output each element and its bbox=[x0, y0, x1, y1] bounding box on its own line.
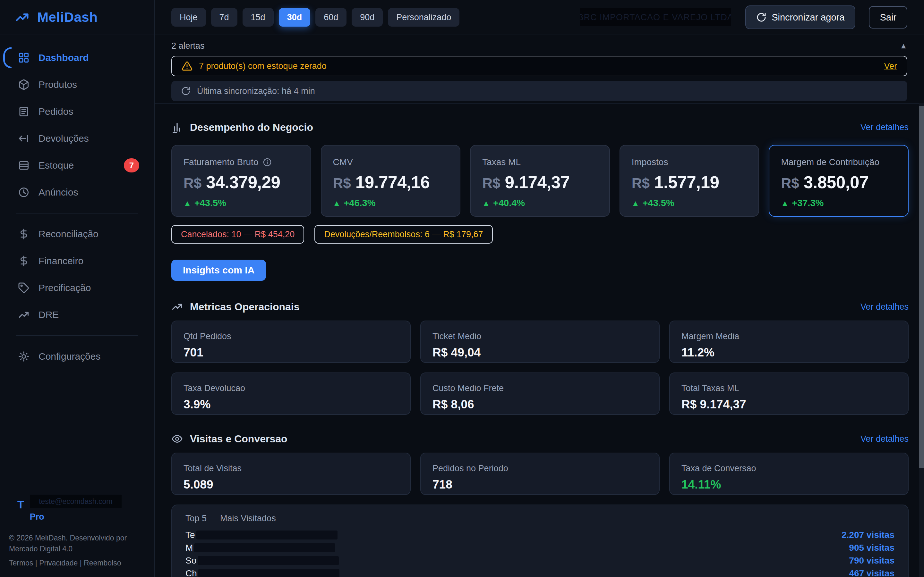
visit-count: 2.207 visitas bbox=[842, 530, 895, 540]
sidebar-divider bbox=[16, 335, 138, 336]
section-title: Visitas e Conversao bbox=[190, 433, 288, 445]
metric-card-ticket-medio: Ticket Medio R$ 49,04 bbox=[420, 321, 660, 363]
metric-grid: Qtd Pedidos 701 Ticket Medio R$ 49,04 Ma… bbox=[171, 321, 909, 415]
sidebar-item-label: Produtos bbox=[39, 79, 77, 90]
cancelados-chip[interactable]: Cancelados: 10 — R$ 454,20 bbox=[171, 225, 304, 243]
product-name: M bbox=[186, 543, 193, 553]
ver-detalhes-link[interactable]: Ver detalhes bbox=[861, 302, 909, 312]
sidebar-item-label: DRE bbox=[39, 309, 59, 320]
top5-row[interactable]: Te 2.207 visitas bbox=[186, 529, 895, 542]
trend-up-icon: ▲ bbox=[781, 199, 788, 208]
date-filter-group: Hoje 7d 15d 30d 60d 90d Personalizado bbox=[171, 8, 459, 27]
metric-card-qtd-pedidos: Qtd Pedidos 701 bbox=[171, 321, 411, 363]
filter-30d[interactable]: 30d bbox=[279, 8, 310, 27]
sidebar-item-anuncios[interactable]: Anúncios bbox=[8, 179, 146, 206]
metric-card-custo-frete: Custo Medio Frete R$ 8,06 bbox=[420, 372, 660, 415]
metric-value: R$ 49,04 bbox=[433, 346, 648, 359]
eye-icon bbox=[171, 433, 183, 445]
kpi-card-faturamento: Faturamento Bruto R$ 34.379,29 ▲+43.5% bbox=[171, 145, 311, 217]
company-name-redacted: BRC IMPORTACAO E VAREJO LTDA bbox=[580, 8, 731, 26]
filter-15d[interactable]: 15d bbox=[242, 8, 274, 27]
collapse-triangle-icon[interactable]: ▲ bbox=[900, 41, 907, 50]
top5-row[interactable]: So 790 visitas bbox=[186, 554, 895, 567]
last-sync-text: Última sincronização: há 4 min bbox=[197, 86, 315, 96]
metric-card-taxa-devolucao: Taxa Devolucao 3.9% bbox=[171, 372, 411, 415]
currency-prefix: R$ bbox=[781, 175, 799, 191]
sidebar-item-dashboard[interactable]: Dashboard bbox=[8, 44, 146, 71]
ai-insights-button[interactable]: Insights com IA bbox=[171, 259, 266, 281]
sidebar-item-financeiro[interactable]: Financeiro bbox=[8, 247, 146, 274]
sidebar-item-label: Reconciliação bbox=[39, 229, 99, 239]
return-arrow-icon bbox=[18, 133, 29, 144]
last-sync-row: Última sincronização: há 4 min bbox=[171, 81, 907, 101]
metricas-header: Metricas Operacionais Ver detalhes bbox=[171, 301, 909, 313]
refresh-icon bbox=[756, 12, 766, 23]
sidebar-item-dre[interactable]: DRE bbox=[8, 301, 146, 328]
metric-value: 14.11% bbox=[682, 478, 897, 492]
section-title: Metricas Operacionais bbox=[190, 301, 299, 313]
metric-value: 701 bbox=[184, 346, 399, 359]
topbar: Hoje 7d 15d 30d 60d 90d Personalizado BR… bbox=[155, 0, 924, 35]
sidebar-item-estoque[interactable]: Estoque 7 bbox=[8, 152, 146, 179]
filter-personalizado[interactable]: Personalizado bbox=[388, 8, 459, 27]
kpi-delta: +40.4% bbox=[493, 198, 525, 208]
sync-now-button[interactable]: Sincronizar agora bbox=[745, 5, 855, 29]
logout-button[interactable]: Sair bbox=[869, 6, 907, 29]
alerts-count: 2 alertas bbox=[171, 41, 205, 51]
stock-alert-text: 7 produto(s) com estoque zerado bbox=[199, 61, 326, 71]
stock-alert-row: 7 produto(s) com estoque zerado Ver bbox=[171, 56, 907, 76]
trending-up-icon bbox=[18, 309, 29, 321]
metric-label: Margem Media bbox=[682, 332, 897, 342]
product-name-redacted bbox=[194, 543, 335, 552]
metric-value: 11.2% bbox=[682, 346, 897, 359]
settings-sun-icon bbox=[18, 351, 29, 362]
top5-row[interactable]: M 905 visitas bbox=[186, 542, 895, 554]
kpi-card-taxas-ml: Taxas ML R$ 9.174,37 ▲+40.4% bbox=[470, 145, 610, 217]
user-info: T teste@ecomdash.com Pro bbox=[17, 495, 145, 522]
sidebar-item-pedidos[interactable]: Pedidos bbox=[8, 98, 146, 125]
dollar-icon bbox=[18, 228, 29, 240]
metric-value: R$ 8,06 bbox=[433, 398, 648, 411]
metric-card-taxa-conversao: Taxa de Conversao 14.11% bbox=[669, 453, 909, 495]
trend-up-icon: ▲ bbox=[184, 199, 191, 208]
sidebar-item-precificacao[interactable]: Precificação bbox=[8, 274, 146, 301]
sidebar-item-configuracoes[interactable]: Configurações bbox=[8, 343, 146, 370]
sidebar-item-produtos[interactable]: Produtos bbox=[8, 71, 146, 98]
filter-7d[interactable]: 7d bbox=[211, 8, 237, 27]
sidebar-item-label: Dashboard bbox=[39, 52, 89, 63]
top5-row[interactable]: Ch 467 visitas bbox=[186, 567, 895, 577]
sidebar-divider bbox=[16, 213, 138, 213]
warning-triangle-icon bbox=[182, 61, 192, 71]
visit-count: 790 visitas bbox=[849, 556, 895, 566]
visit-count: 905 visitas bbox=[849, 543, 895, 553]
ver-detalhes-link[interactable]: Ver detalhes bbox=[861, 122, 909, 132]
filter-hoje[interactable]: Hoje bbox=[171, 8, 206, 27]
filter-90d[interactable]: 90d bbox=[352, 8, 383, 27]
trending-up-icon bbox=[171, 301, 183, 313]
currency-prefix: R$ bbox=[632, 175, 650, 191]
sidebar-item-reconciliacao[interactable]: Reconciliação bbox=[8, 221, 146, 247]
filter-60d[interactable]: 60d bbox=[315, 8, 347, 27]
devolucoes-chip[interactable]: Devoluções/Reembolsos: 6 — R$ 179,67 bbox=[314, 225, 493, 243]
legal-links[interactable]: Termos | Privacidade | Reembolso bbox=[9, 559, 145, 567]
kpi-value: 19.774,16 bbox=[355, 172, 430, 192]
sidebar: MeliDash Dashboard Produtos Pedidos bbox=[0, 0, 155, 577]
metric-label: Custo Medio Frete bbox=[433, 384, 648, 393]
sidebar-item-label: Precificação bbox=[39, 282, 91, 293]
visit-count: 467 visitas bbox=[849, 568, 895, 577]
sidebar-item-devolucoes[interactable]: Devoluções bbox=[8, 125, 146, 152]
section-title: Desempenho do Negocio bbox=[190, 121, 313, 133]
app-logo[interactable]: MeliDash bbox=[0, 0, 154, 35]
product-name-redacted bbox=[198, 556, 339, 565]
metric-card-total-visitas: Total de Visitas 5.089 bbox=[171, 453, 411, 495]
kpi-value: 1.577,19 bbox=[654, 172, 719, 192]
visitas-grid: Total de Visitas 5.089 Pedidos no Period… bbox=[171, 453, 909, 495]
info-icon[interactable] bbox=[263, 158, 272, 167]
top5-panel: Top 5 — Mais Visitados Te 2.207 visitas … bbox=[171, 504, 909, 577]
scrollbar-thumb[interactable] bbox=[919, 106, 924, 468]
ver-link[interactable]: Ver bbox=[884, 61, 897, 71]
tag-icon bbox=[18, 282, 29, 293]
ver-detalhes-link[interactable]: Ver detalhes bbox=[861, 434, 909, 444]
sidebar-item-label: Anúncios bbox=[39, 187, 78, 198]
grid-icon bbox=[18, 52, 29, 63]
